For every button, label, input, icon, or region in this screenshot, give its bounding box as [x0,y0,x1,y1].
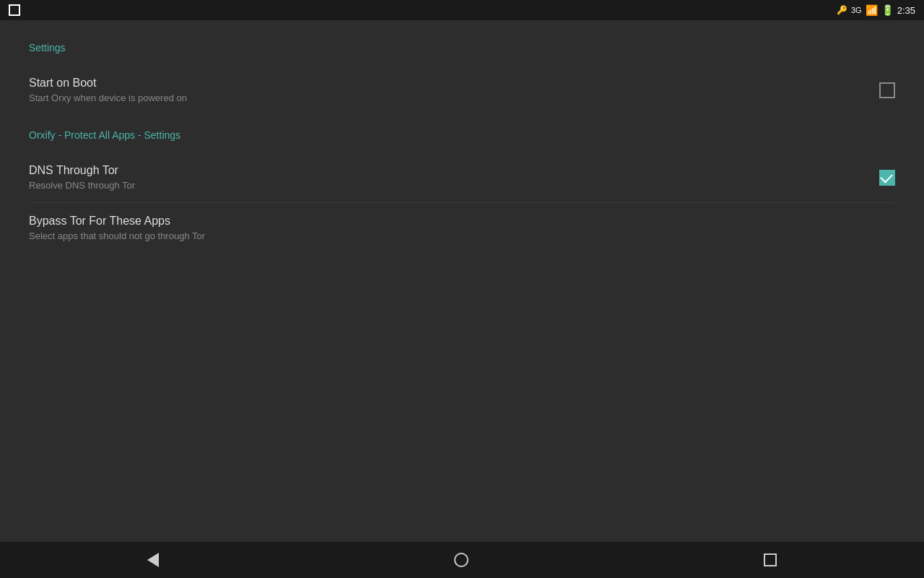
bypass-tor-title: Bypass Tor For These Apps [29,215,895,228]
section-orxify: Orxify - Protect All Apps - Settings DNS… [29,129,895,253]
bypass-tor-text: Bypass Tor For These Apps Select apps th… [29,215,895,241]
nav-back-button[interactable] [147,553,159,567]
start-on-boot-subtitle: Start Orxy when device is powered on [29,92,879,103]
dns-through-tor-text: DNS Through Tor Resolve DNS through Tor [29,164,879,191]
nav-home-button[interactable] [454,553,468,567]
recents-icon [764,553,777,566]
status-time: 2:35 [897,5,915,16]
3g-icon: 3G [851,6,862,14]
section-orxify-header: Orxify - Protect All Apps - Settings [29,129,895,141]
start-on-boot-title: Start on Boot [29,77,879,90]
setting-item-start-on-boot[interactable]: Start on Boot Start Orxy when device is … [29,65,895,115]
key-icon: 🔑 [837,5,847,15]
nav-recents-button[interactable] [764,553,777,566]
status-icons: 🔑 3G 📶 🔋 2:35 [837,4,915,16]
back-icon [147,553,159,567]
top-left-square-icon [9,4,20,16]
setting-item-dns-through-tor[interactable]: DNS Through Tor Resolve DNS through Tor [29,152,895,203]
nav-bar [0,542,924,578]
section-settings: Settings Start on Boot Start Orxy when d… [29,42,895,115]
home-icon [454,553,468,567]
start-on-boot-text: Start on Boot Start Orxy when device is … [29,77,879,103]
signal-icon: 📶 [866,4,878,16]
section-settings-header: Settings [29,42,895,53]
dns-through-tor-checkbox[interactable] [879,170,895,186]
dns-through-tor-title: DNS Through Tor [29,164,879,177]
main-content: Settings Start on Boot Start Orxy when d… [0,20,924,289]
dns-through-tor-subtitle: Resolve DNS through Tor [29,180,879,191]
setting-item-bypass-tor[interactable]: Bypass Tor For These Apps Select apps th… [29,203,895,253]
start-on-boot-checkbox[interactable] [879,82,895,98]
bypass-tor-subtitle: Select apps that should not go through T… [29,230,895,241]
battery-icon: 🔋 [881,4,894,16]
status-bar: 🔑 3G 📶 🔋 2:35 [0,0,924,20]
